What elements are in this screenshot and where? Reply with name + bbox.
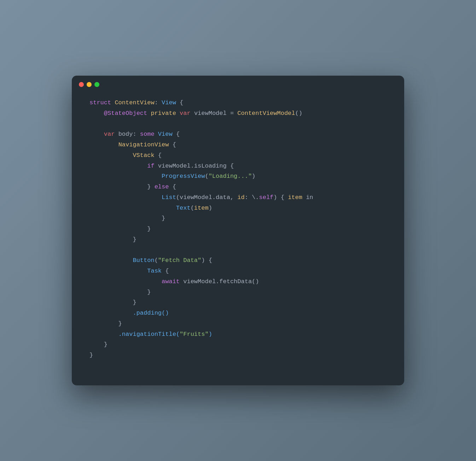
brace-close: }: [147, 182, 154, 192]
code-line: }: [89, 213, 387, 224]
indent-brace: }: [89, 339, 108, 350]
keyword-var: var: [104, 129, 118, 140]
indent: [89, 150, 133, 161]
code-line: ProgressView("Loading..."): [89, 171, 387, 182]
keyword-self: self: [259, 192, 274, 203]
paren-open: (: [205, 171, 208, 182]
var-body: body:: [118, 129, 140, 140]
var-item: item: [194, 203, 209, 214]
code-line: }: [89, 319, 387, 329]
param-id: id: [237, 192, 244, 203]
keyword-stateobject: @StateObject: [104, 108, 151, 119]
brace: {: [176, 129, 180, 140]
indent: [89, 108, 104, 119]
string-loading: "Loading...": [209, 171, 252, 182]
colon: : \.: [245, 192, 259, 203]
code-window: struct ContentView: View { @StateObject …: [72, 76, 404, 385]
code-line: } else {: [89, 182, 387, 192]
code-line: NavigationView {: [89, 140, 387, 150]
code-line: if viewModel.isLoading {: [89, 161, 387, 171]
indent-brace: }: [89, 213, 165, 224]
indent: [89, 266, 147, 276]
indent: [89, 161, 147, 171]
keyword-some: some: [140, 129, 158, 140]
code-line: await viewModel.fetchData(): [89, 276, 387, 287]
indent: [89, 129, 104, 140]
indent: [89, 203, 176, 214]
code-line: var body: some View {: [89, 129, 387, 140]
fn-list: List: [162, 192, 176, 203]
string-fruits: "Fruits": [180, 329, 209, 340]
code-line-empty: [89, 245, 387, 256]
fn-text: Text: [176, 203, 191, 214]
maximize-button[interactable]: [94, 82, 99, 87]
code-line: }: [89, 339, 387, 350]
paren: (viewModel.data,: [176, 192, 237, 203]
modifier-navigationtitle: .navigationTitle(: [118, 329, 180, 340]
keyword-await: await: [162, 276, 183, 287]
type-contentviewmodel: ContentViewModel: [237, 108, 295, 119]
vm-isloading: viewModel.isLoading {: [158, 161, 234, 171]
minimize-button[interactable]: [87, 82, 92, 87]
colon: :: [155, 98, 162, 108]
paren-close: ) {: [273, 192, 288, 203]
titlebar: [72, 76, 404, 91]
close-button[interactable]: [79, 82, 84, 87]
param-item: item: [288, 192, 302, 203]
keyword-if: if: [147, 161, 158, 171]
code-line: }: [89, 297, 387, 308]
fn-button: Button: [133, 255, 154, 266]
indent-brace: }: [89, 287, 151, 298]
keyword-else: else: [155, 182, 173, 192]
type-contentview: ContentView: [115, 98, 154, 108]
string-fetchdata: "Fetch Data": [158, 255, 201, 266]
code-editor[interactable]: struct ContentView: View { @StateObject …: [72, 91, 404, 368]
indent: [89, 171, 162, 182]
keyword-struct: struct: [89, 98, 115, 108]
code-line-empty: [89, 119, 387, 129]
code-line: List(viewModel.data, id: \.self) { item …: [89, 192, 387, 203]
indent: [89, 308, 133, 319]
indent: [89, 329, 118, 340]
code-line: Text(item): [89, 203, 387, 214]
vm-fetchdata: viewModel.fetchData(): [183, 276, 259, 287]
code-line: Task {: [89, 266, 387, 276]
keyword-private: private: [151, 108, 180, 119]
paren-close: ) {: [201, 255, 212, 266]
code-line: @StateObject private var viewModel = Con…: [89, 108, 387, 119]
code-line: }: [89, 224, 387, 234]
indent-brace: }: [89, 234, 137, 245]
indent: [89, 140, 118, 150]
code-line: Button("Fetch Data") {: [89, 255, 387, 266]
code-line: VStack {: [89, 150, 387, 161]
paren-close: ): [209, 203, 212, 214]
indent-brace: }: [89, 224, 151, 234]
indent-brace: }: [89, 297, 137, 308]
paren-open: (: [191, 203, 194, 214]
type-view: View: [162, 98, 176, 108]
type-vstack: VStack: [133, 150, 158, 161]
fn-task: Task: [147, 266, 165, 276]
keyword-var: var: [180, 108, 194, 119]
type-navigationview: NavigationView: [118, 140, 173, 150]
keyword-in: in: [302, 192, 313, 203]
code-line: .navigationTitle("Fruits"): [89, 329, 387, 340]
code-line: }: [89, 350, 387, 361]
paren-open: (: [155, 255, 158, 266]
var-name: viewModel =: [194, 108, 237, 119]
brace: {: [176, 98, 183, 108]
indent: [89, 255, 133, 266]
code-line: struct ContentView: View {: [89, 98, 387, 108]
paren-close: ): [209, 329, 212, 340]
modifier-padding: .padding(): [133, 308, 169, 319]
parens: (): [295, 108, 302, 119]
type-view: View: [158, 129, 176, 140]
brace-close-struct: }: [89, 350, 93, 361]
brace: {: [165, 266, 169, 276]
code-line: .padding(): [89, 308, 387, 319]
brace: {: [173, 140, 176, 150]
brace: {: [158, 150, 162, 161]
paren-close: ): [252, 171, 255, 182]
code-line: }: [89, 287, 387, 298]
indent: [89, 182, 147, 192]
